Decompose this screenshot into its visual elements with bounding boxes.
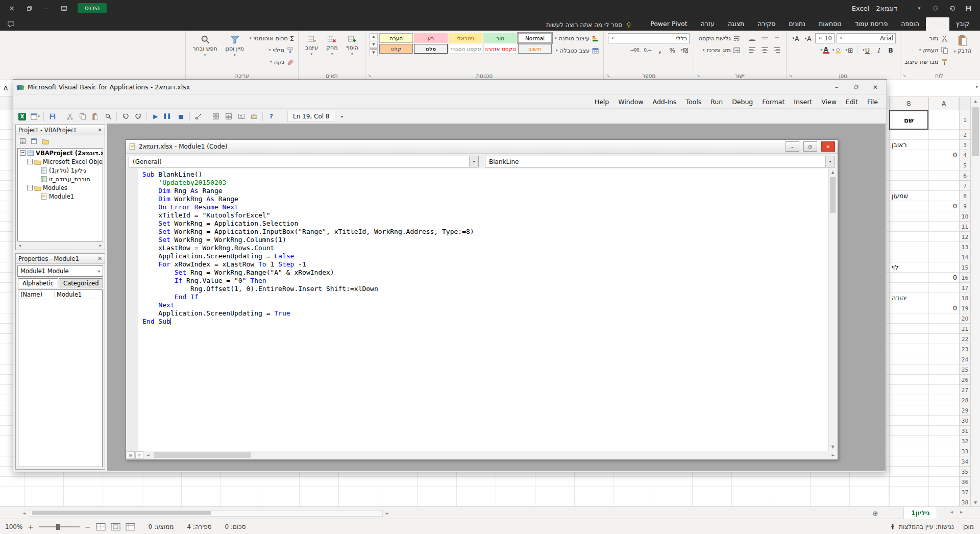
vbe-menu-tools[interactable]: Tools	[681, 98, 706, 106]
vbe-minimize-icon[interactable]: –	[828, 82, 845, 93]
paste-icon[interactable]	[89, 111, 101, 122]
properties-close-icon[interactable]: ✕	[98, 256, 102, 261]
cell-A20[interactable]	[928, 313, 959, 324]
decrease-decimal-button[interactable]: .00→	[630, 45, 641, 55]
project-tree-item[interactable]: חוברת_עבודה_זו	[18, 175, 103, 183]
cell-A13[interactable]	[928, 242, 959, 252]
cell-B10[interactable]	[889, 211, 928, 222]
ribbon-tab-home[interactable]: בית	[926, 17, 949, 31]
toolbox-icon[interactable]	[248, 111, 260, 122]
cell-B31[interactable]	[889, 426, 928, 436]
code-minimize-icon[interactable]: –	[786, 141, 799, 152]
cell-A16[interactable]: 0	[928, 273, 959, 283]
align-center-button[interactable]	[760, 45, 770, 55]
vertical-scroll-thumb[interactable]	[972, 107, 979, 156]
row-header-15[interactable]: 15	[959, 262, 970, 273]
tab-categorized[interactable]: Categorized	[59, 278, 103, 288]
cell-A14[interactable]	[928, 252, 959, 262]
cell-B29[interactable]	[889, 405, 928, 416]
number-dialog-launcher-icon[interactable]: ↘	[606, 73, 610, 78]
autosum-button[interactable]: Σסכום אוטומטי ▾	[250, 33, 294, 43]
format-painter-button[interactable]: מברשת עיצוב	[904, 57, 948, 67]
cell-B4[interactable]	[889, 150, 928, 160]
page-layout-view-icon[interactable]	[111, 523, 120, 531]
view-microsoft-excel-icon[interactable]: X	[16, 111, 28, 122]
restore-window-icon[interactable]	[21, 2, 37, 14]
vertical-scrollbar[interactable]: ▲ ▼	[970, 97, 980, 506]
project-tree-item[interactable]: −Modules	[18, 183, 103, 192]
horizontal-scroll-thumb[interactable]	[32, 511, 211, 515]
cell-B7[interactable]	[889, 181, 928, 191]
sort-filter-button[interactable]: מיין וסנן▾	[223, 33, 247, 58]
row-header-19[interactable]: 19	[959, 303, 970, 313]
tree-collapse-icon[interactable]: −	[20, 150, 26, 156]
row-header-25[interactable]: 25	[959, 365, 970, 375]
toolbar-options-icon[interactable]: ▾	[336, 111, 348, 122]
row-header-22[interactable]: 22	[959, 334, 970, 344]
cell-B13[interactable]	[889, 242, 928, 252]
zoom-slider[interactable]	[39, 526, 80, 527]
grow-font-button[interactable]: A▴	[803, 33, 813, 43]
gallery-down-icon[interactable]: ▼	[370, 41, 378, 48]
delete-cells-button[interactable]: מחק▾	[324, 33, 340, 57]
formula-expand-icon[interactable]: ▾	[975, 84, 978, 89]
code-scroll-down-icon[interactable]: ▼	[829, 443, 837, 451]
align-middle-button[interactable]	[760, 33, 770, 43]
font-color-button[interactable]: A ▾	[820, 45, 830, 55]
conditional-formatting-button[interactable]: עיצוב מותנה ▾	[555, 33, 599, 43]
ribbon-tab-data[interactable]: נתונים	[782, 17, 812, 31]
vbe-close-icon[interactable]: ✕	[867, 82, 884, 93]
redo-icon[interactable]	[132, 111, 144, 122]
cell-B23[interactable]	[889, 344, 928, 354]
row-header-11[interactable]: 11	[959, 222, 970, 232]
ribbon-tab-power-pivot[interactable]: Power Pivot	[644, 17, 694, 31]
cell-A3[interactable]	[928, 140, 959, 150]
cell-B36[interactable]	[889, 477, 928, 487]
row-header-38[interactable]: 38	[959, 497, 970, 506]
bold-button[interactable]: B	[886, 45, 896, 55]
row-header-36[interactable]: 36	[959, 477, 970, 487]
project-tree-item[interactable]: −VBAProject (דוגמא2.xlsx)	[18, 149, 103, 157]
cell-A30[interactable]	[928, 416, 959, 426]
tab-alphabetic[interactable]: Alphabetic	[18, 278, 58, 288]
row-header-20[interactable]: 20	[959, 313, 970, 324]
cell-B3[interactable]: ראובן	[889, 140, 928, 150]
cell-A32[interactable]	[928, 436, 959, 446]
code-vscroll-thumb[interactable]	[830, 177, 836, 213]
row-header-10[interactable]: 10	[959, 211, 970, 222]
italic-button[interactable]: I	[873, 45, 884, 55]
cell-B21[interactable]	[889, 324, 928, 334]
cell-A8[interactable]	[928, 191, 959, 201]
cell-B8[interactable]: שמעון	[889, 191, 928, 201]
scroll-up-icon[interactable]: ▲	[971, 97, 980, 105]
cell-B35[interactable]	[889, 467, 928, 477]
zoom-in-icon[interactable]: +	[28, 523, 34, 531]
row-header-26[interactable]: 26	[959, 375, 970, 385]
row-header-16[interactable]: 16	[959, 273, 970, 283]
cell-A21[interactable]	[928, 324, 959, 334]
hscroll-right-icon[interactable]: ►	[384, 509, 391, 517]
code-scroll-left-icon[interactable]: ◄	[144, 453, 152, 457]
minimize-window-icon[interactable]: –	[39, 2, 54, 14]
cut-icon[interactable]	[64, 111, 76, 122]
gallery-up-icon[interactable]: ▲	[370, 33, 378, 40]
property-row[interactable]: (Name)Module1	[18, 290, 102, 299]
cell-A15[interactable]	[928, 262, 959, 273]
shrink-font-button[interactable]: A▾	[791, 33, 801, 43]
row-header-9[interactable]: 9	[959, 201, 970, 211]
cell-B15[interactable]: לוי	[889, 262, 928, 273]
code-maximize-icon[interactable]	[803, 141, 817, 152]
insert-cells-button[interactable]: הוסף▾	[344, 33, 361, 57]
status-stat[interactable]: ספירה: 4	[187, 523, 211, 530]
project-explorer-icon[interactable]	[210, 111, 222, 122]
column-header-B[interactable]: B	[889, 97, 928, 110]
vbe-maximize-icon[interactable]	[848, 82, 864, 93]
ribbon-tab-page-layout[interactable]: פריסת עמוד	[848, 17, 895, 31]
ribbon-tab-insert[interactable]: הוספה	[894, 17, 926, 31]
project-tree-item[interactable]: גיליון1 (גיליון1)	[18, 166, 103, 175]
row-header-34[interactable]: 34	[959, 456, 970, 467]
increase-decimal-button[interactable]: ←.0	[643, 45, 653, 55]
save-icon[interactable]	[46, 111, 58, 122]
cell-A38[interactable]	[928, 497, 959, 506]
redo-icon[interactable]	[928, 2, 943, 14]
